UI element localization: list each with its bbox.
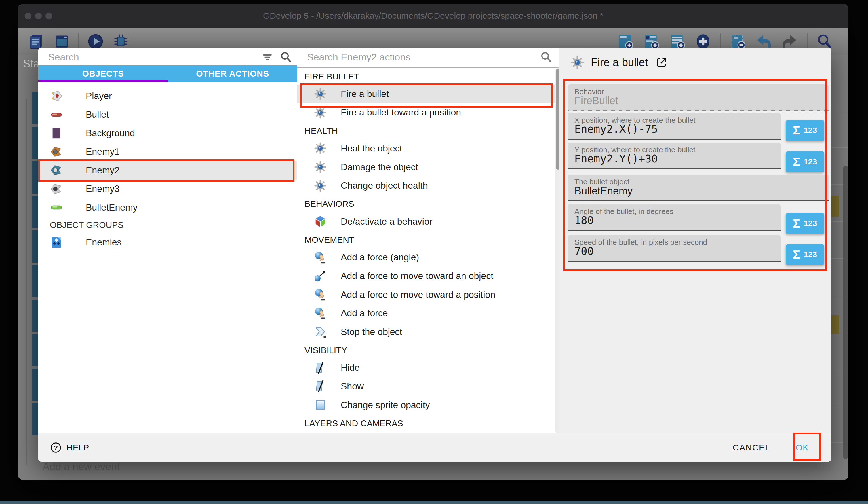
field-angle[interactable]: Angle of the bullet, in degrees 180 [568,204,781,231]
action-item-add-a-force-angle[interactable]: Add a force (angle) [297,248,556,267]
sigma-icon: Σ [793,249,800,261]
action-item-fire-a-bullet-toward-a-position[interactable]: Fire a bullet toward a position [297,103,556,122]
svg-text:?: ? [54,444,58,451]
action-item-stop-the-object[interactable]: Stop the object [297,323,556,341]
expression-editor-button-y-position[interactable]: Σ 123 [786,151,824,172]
action-item-fire-a-bullet[interactable]: Fire a bullet [297,85,556,103]
event-condition-block [32,230,38,263]
window-title: GDevelop 5 - /Users/dkarakay/Documents/G… [263,11,603,21]
action-title: Fire a bullet [591,57,648,69]
search-icon[interactable] [279,51,292,63]
field-x-position[interactable]: X position, where to create the bullet E… [568,113,781,140]
action-item-show[interactable]: Show [297,377,556,396]
action-item-add-a-force-to-move-toward-a-position[interactable]: Add a force to move toward a position [297,285,556,304]
action-label: Change object health [341,180,428,191]
sigma-123-label: 123 [804,219,817,228]
object-item-enemy3[interactable]: Enemy3 [38,180,297,199]
help-label: HELP [66,443,89,452]
action-item-hide[interactable]: Hide [297,359,556,377]
action-section: VISIBILITY Hide Show Change sprite opaci… [297,342,556,414]
action-item-change-sprite-opacity[interactable]: Change sprite opacity [297,396,556,414]
action-editor-dialog: OBJECTSOTHER ACTIONS Player Bullet Backg… [38,48,831,462]
object-item-bulletenemy[interactable]: BulletEnemy [38,198,297,217]
open-in-new-icon[interactable] [655,57,668,69]
tab-label: OTHER ACTIONS [196,69,269,79]
action-item-change-object-health[interactable]: Change object health [297,176,556,195]
sigma-icon: Σ [793,124,800,137]
object-item-enemy1[interactable]: Enemy1 [38,143,297,161]
group-icon [50,236,63,249]
cancel-button[interactable]: CANCEL [733,443,771,452]
search-icon[interactable] [540,51,552,63]
object-label: Enemy1 [86,146,120,157]
sigma-123-label: 123 [804,126,817,135]
field-label: Speed of the bullet, in pixels per secon… [575,238,707,247]
event-condition-block [32,334,38,366]
event-tree-corner [27,466,39,467]
highlighted-event-block [831,195,839,216]
expression-editor-button-angle[interactable]: Σ 123 [786,213,824,234]
zoom-button[interactable] [45,13,52,19]
expression-editor-button-speed[interactable]: Σ 123 [786,244,824,265]
expression-editor-button-x-position[interactable]: Σ 123 [786,120,824,141]
action-item-damage-the-object[interactable]: Damage the object [297,158,556,177]
ship-right-icon [50,89,63,102]
behavior-icon [314,215,327,228]
action-parameters-panel: Fire a bullet Behavior FireBulletX posit… [559,48,831,433]
actions-search-input[interactable] [307,51,540,63]
action-item-add-a-force-to-move-toward-an-object[interactable]: Add a force to move toward an object [297,267,556,285]
filter-icon[interactable] [262,51,273,63]
ok-button[interactable]: OK [796,443,809,452]
object-search-input[interactable] [48,51,262,63]
add-more-button[interactable]: Add... [812,461,839,473]
object-label: Bullet [86,109,109,120]
action-item-heal-the-object[interactable]: Heal the object [297,139,556,158]
object-item-bullet[interactable]: Bullet [38,105,297,124]
events-right-column [831,55,848,480]
square-icon [50,127,63,140]
field-value: FireBullet [575,95,618,107]
scene-tab-label: Sta [23,58,39,70]
object-item-player[interactable]: Player [38,87,297,105]
field-speed[interactable]: Speed of the bullet, in pixels per secon… [568,235,781,262]
object-item-enemy2[interactable]: Enemy2 [38,161,297,180]
field-value: 700 [575,245,594,258]
minimize-button[interactable] [35,13,42,19]
traffic-lights [25,4,52,28]
action-section: LAYERS AND CAMERAS [297,415,556,431]
action-item-de-activate-a-behavior[interactable]: De/activate a behavior [297,212,556,231]
action-section: HEALTH Heal the object Damage the object… [297,123,556,195]
inspector-header: Fire a bullet [559,48,831,78]
force-icon [314,288,327,301]
ship-left-icon [50,182,63,195]
group-item-enemies[interactable]: Enemies [38,233,297,252]
section-header: VISIBILITY [297,342,556,359]
opacity-icon [314,398,327,412]
desktop-strip [0,501,868,504]
action-label: Add a force (angle) [341,252,419,263]
action-section: FIRE BULLET Fire a bullet Fire a bullet … [297,68,556,122]
section-header: MOVEMENT [297,232,556,248]
action-label: Change sprite opacity [341,400,430,410]
tab-objects[interactable]: OBJECTS [38,65,168,82]
sigma-123-label: 123 [804,250,817,259]
gear-icon [314,179,327,192]
field-bullet-object[interactable]: The bullet object BulletEnemy [568,174,829,201]
event-condition-block [32,127,38,159]
action-item-add-a-force[interactable]: Add a force [297,304,556,323]
object-item-background[interactable]: Background [38,124,297,143]
actions-panel: FIRE BULLET Fire a bullet Fire a bullet … [297,48,559,433]
tab-other-actions[interactable]: OTHER ACTIONS [168,65,297,82]
toolbar-divider [807,33,808,50]
events-scrollbar-thumb[interactable] [843,165,848,460]
capsule-icon [50,201,63,214]
field-y-position[interactable]: Y position, where to create the bullet E… [568,143,781,169]
close-button[interactable] [25,13,31,19]
titlebar: GDevelop 5 - /Users/dkarakay/Documents/G… [18,4,848,28]
event-row-separator [831,148,848,148]
ship-left-icon [50,164,63,177]
add-new-event-button[interactable]: Add a new event [43,461,120,473]
help-button[interactable]: ? HELP [50,442,89,454]
event-row-separator [831,111,848,111]
force-arrow-icon [314,269,327,283]
